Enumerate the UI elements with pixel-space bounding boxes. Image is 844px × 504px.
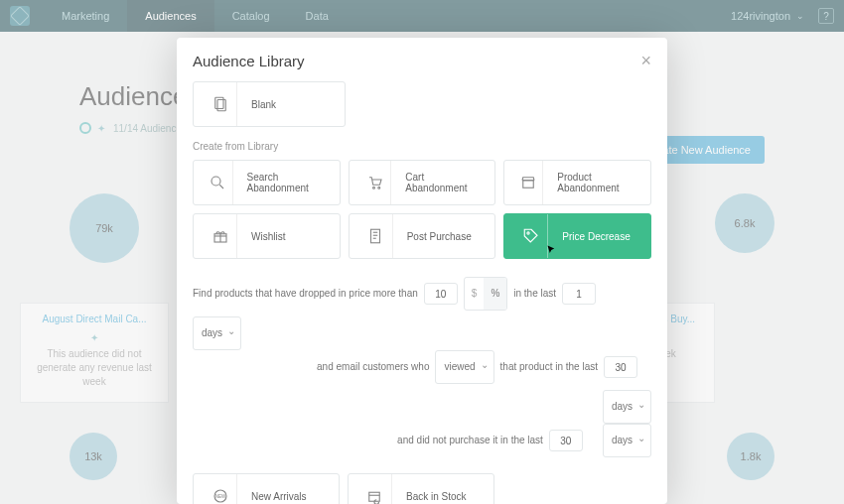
modal-title: Audience Library	[193, 53, 305, 69]
price-tag-icon	[514, 214, 548, 258]
purchase-window-input[interactable]	[549, 430, 583, 451]
config-text: and email customers who	[317, 354, 429, 380]
price-window-input[interactable]	[562, 283, 596, 305]
svg-point-5	[377, 187, 379, 189]
price-window-unit-select[interactable]: days	[193, 316, 241, 350]
blank-doc-icon	[204, 82, 237, 126]
viewed-select[interactable]: viewed	[435, 350, 493, 384]
box-return-icon	[358, 474, 392, 504]
option-label: Post Purchase	[407, 231, 472, 242]
option-cart-abandonment[interactable]: Cart Abandonment	[349, 160, 496, 205]
option-new-arrivals[interactable]: NEW New Arrivals	[193, 473, 340, 504]
gift-icon	[204, 214, 237, 258]
config-text: Find products that have dropped in price…	[193, 281, 418, 307]
option-label: Price Decrease	[562, 231, 630, 242]
close-icon[interactable]: ×	[640, 52, 651, 69]
receipt-icon	[359, 214, 393, 258]
new-badge-icon: NEW	[204, 474, 237, 504]
unit-dollar[interactable]: $	[465, 278, 485, 310]
config-text: that product in the last	[500, 354, 598, 380]
search-icon	[204, 161, 233, 204]
audience-library-modal: Audience Library × Blank Create from Lib…	[177, 38, 667, 504]
viewed-window-unit-select[interactable]: days	[603, 390, 651, 424]
svg-text:NEW: NEW	[214, 494, 225, 499]
option-search-abandonment[interactable]: Search Abandonment	[193, 160, 341, 205]
config-panel: Find products that have dropped in price…	[193, 277, 651, 457]
svg-line-3	[220, 185, 224, 189]
svg-rect-17	[369, 492, 380, 501]
option-label: Back in Stock	[406, 491, 467, 502]
modal-overlay: Audience Library × Blank Create from Lib…	[0, 0, 844, 504]
option-label: Cart Abandonment	[405, 172, 485, 193]
config-text: and did not purchase it in the last	[397, 428, 543, 453]
option-blank[interactable]: Blank	[193, 81, 346, 127]
option-label: New Arrivals	[251, 491, 307, 502]
option-label: Product Abandonment	[557, 172, 640, 193]
option-wishlist[interactable]: Wishlist	[193, 213, 341, 259]
option-label: Wishlist	[251, 231, 285, 242]
option-product-abandonment[interactable]: Product Abandonment	[503, 160, 651, 205]
svg-rect-10	[371, 229, 380, 243]
option-back-in-stock[interactable]: Back in Stock	[348, 473, 494, 504]
unit-percent[interactable]: %	[484, 278, 506, 310]
price-threshold-input[interactable]	[424, 283, 458, 305]
section-label: Create from Library	[193, 141, 651, 152]
svg-point-2	[211, 177, 220, 186]
svg-rect-6	[523, 181, 534, 189]
purchase-window-unit-select[interactable]: days	[603, 424, 651, 457]
config-text: in the last	[513, 281, 556, 307]
storefront-icon	[514, 161, 543, 204]
option-label: Search Abandonment	[247, 172, 330, 193]
svg-point-4	[372, 187, 374, 189]
unit-toggle[interactable]: $ %	[464, 277, 507, 311]
option-price-decrease[interactable]: Price Decrease	[503, 213, 651, 259]
svg-point-14	[527, 232, 529, 234]
viewed-window-input[interactable]	[604, 356, 637, 378]
cart-icon	[359, 161, 392, 204]
option-label: Blank	[251, 99, 276, 110]
option-post-purchase[interactable]: Post Purchase	[349, 213, 496, 259]
